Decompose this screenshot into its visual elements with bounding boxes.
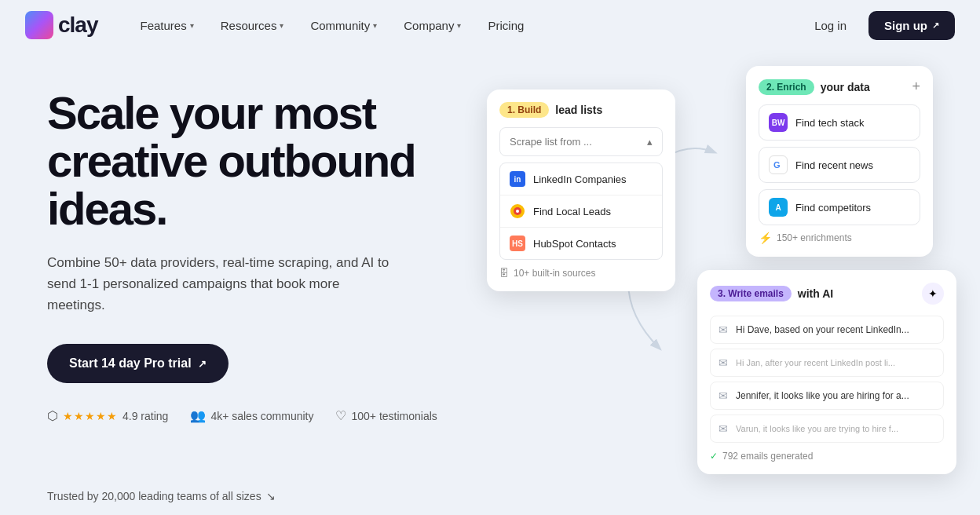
scrape-dropdown[interactable]: Scrape list from ... ▴ bbox=[499, 127, 663, 156]
enrich-techstack[interactable]: BW Find tech stack bbox=[759, 104, 920, 141]
chevron-down-icon: ▾ bbox=[190, 21, 194, 30]
build-badge: 1. Build bbox=[499, 102, 549, 118]
email-item-1[interactable]: ✉ Hi Dave, based on your recent LinkedIn… bbox=[710, 316, 944, 344]
social-proof: ⬡ ★★★★★ 4.9 rating 👥 4k+ sales community… bbox=[47, 408, 471, 423]
hero-title: Scale your most creative outbound ideas. bbox=[47, 89, 471, 233]
chevron-down-icon: ▾ bbox=[373, 21, 377, 30]
community-label: 4k+ sales community bbox=[210, 410, 313, 422]
trusted-label: Trusted by 20,000 leading teams of all s… bbox=[47, 490, 261, 502]
nav-item-community[interactable]: Community ▾ bbox=[299, 13, 388, 38]
logo-icon bbox=[25, 11, 53, 39]
nav-left: clay Features ▾ Resources ▾ Community ▾ … bbox=[25, 11, 535, 39]
navigation: clay Features ▾ Resources ▾ Community ▾ … bbox=[0, 0, 980, 50]
email-item-4[interactable]: ✉ Varun, it looks like you are trying to… bbox=[710, 415, 944, 443]
enrich-recent-news[interactable]: G Find recent news bbox=[759, 147, 920, 183]
email-text-4: Varun, it looks like you are trying to h… bbox=[736, 424, 898, 433]
chevron-down-icon: ▾ bbox=[280, 21, 283, 30]
people-icon: 👥 bbox=[190, 408, 206, 423]
logo-text: clay bbox=[58, 13, 98, 38]
trusted-section: Trusted by 20,000 leading teams of all s… bbox=[47, 490, 276, 502]
map-icon bbox=[510, 203, 525, 219]
build-card-title: lead lists bbox=[555, 104, 602, 116]
ai-icon: ✦ bbox=[922, 283, 944, 305]
email-item-3[interactable]: ✉ Jennifer, it looks like you are hiring… bbox=[710, 382, 944, 410]
nav-item-features[interactable]: Features ▾ bbox=[130, 13, 205, 38]
svg-point-2 bbox=[516, 210, 519, 213]
hero-section: Scale your most creative outbound ideas.… bbox=[0, 50, 980, 506]
lightning-icon: ⚡ bbox=[759, 232, 772, 244]
nav-item-resources[interactable]: Resources ▾ bbox=[210, 13, 295, 38]
signup-button[interactable]: Sign up ↗ bbox=[868, 11, 955, 40]
write-card-footer: ✓ 792 emails generated bbox=[710, 451, 944, 462]
svg-text:G: G bbox=[773, 160, 781, 170]
rating-label: 4.9 rating bbox=[122, 410, 168, 422]
google-icon: G bbox=[769, 155, 788, 174]
write-header-left: 3. Write emails with AI bbox=[710, 286, 833, 301]
enrich-competitors[interactable]: A Find competitors bbox=[759, 189, 920, 225]
linkedin-icon: in bbox=[510, 171, 525, 187]
enrich-card: 2. Enrich your data + BW Find tech stack… bbox=[746, 66, 933, 257]
check-icon: ✓ bbox=[710, 451, 718, 462]
enrich-card-footer: ⚡ 150+ enrichments bbox=[759, 232, 920, 244]
stars: ★★★★★ bbox=[63, 410, 118, 422]
email-text-1: Hi Dave, based on your recent LinkedIn..… bbox=[736, 324, 909, 335]
build-card-footer: 🗄 10+ built-in sources bbox=[499, 268, 663, 279]
hero-subtitle: Combine 50+ data providers, real-time sc… bbox=[47, 252, 393, 316]
source-local-leads[interactable]: Find Local Leads bbox=[500, 195, 662, 228]
external-link-icon: ↗ bbox=[932, 20, 939, 31]
testimonials-proof: ♡ 100+ testimonials bbox=[335, 408, 437, 423]
email-text-2: Hi Jan, after your recent LinkedIn post … bbox=[736, 358, 895, 367]
email-icon: ✉ bbox=[719, 356, 728, 369]
nav-right: Log in Sign up ↗ bbox=[802, 11, 955, 40]
email-icon: ✉ bbox=[719, 422, 728, 435]
email-item-2[interactable]: ✉ Hi Jan, after your recent LinkedIn pos… bbox=[710, 349, 944, 377]
enrich-card-title: your data bbox=[821, 81, 870, 93]
testimonials-label: 100+ testimonials bbox=[351, 410, 437, 422]
hubspot-icon: HS bbox=[510, 236, 525, 251]
write-card-title: with AI bbox=[798, 287, 833, 300]
cta-button[interactable]: Start 14 day Pro trial ↗ bbox=[47, 344, 229, 383]
hero-right: 1. Build lead lists Scrape list from ...… bbox=[471, 66, 933, 506]
source-hubspot[interactable]: HS HubSpot Contacts bbox=[500, 228, 662, 259]
login-button[interactable]: Log in bbox=[802, 13, 859, 38]
email-text-3: Jennifer, it looks like you are hiring f… bbox=[736, 390, 909, 401]
write-badge: 3. Write emails bbox=[710, 286, 792, 301]
apollo-icon: A bbox=[769, 198, 788, 217]
logo[interactable]: clay bbox=[25, 11, 98, 39]
database-icon: 🗄 bbox=[499, 268, 509, 279]
build-card: 1. Build lead lists Scrape list from ...… bbox=[487, 89, 675, 291]
community-proof: 👥 4k+ sales community bbox=[190, 408, 313, 423]
chevron-up-icon: ▴ bbox=[647, 136, 653, 148]
nav-item-company[interactable]: Company ▾ bbox=[393, 13, 472, 38]
external-link-icon: ↗ bbox=[198, 358, 207, 370]
chevron-down-icon: ▾ bbox=[457, 21, 461, 30]
email-icon: ✉ bbox=[719, 389, 728, 402]
builtwith-icon: BW bbox=[769, 113, 788, 132]
email-icon: ✉ bbox=[719, 323, 728, 336]
write-card-header: 3. Write emails with AI ✦ bbox=[710, 283, 944, 305]
source-linkedin[interactable]: in LinkedIn Companies bbox=[500, 163, 662, 195]
g2-icon: ⬡ bbox=[47, 408, 58, 423]
build-card-header: 1. Build lead lists bbox=[499, 102, 663, 118]
rating-proof: ⬡ ★★★★★ 4.9 rating bbox=[47, 408, 168, 423]
nav-item-pricing[interactable]: Pricing bbox=[477, 13, 535, 38]
add-icon[interactable]: + bbox=[912, 79, 920, 95]
hero-left: Scale your most creative outbound ideas.… bbox=[47, 66, 471, 506]
heart-icon: ♡ bbox=[335, 408, 346, 423]
enrich-card-header: 2. Enrich your data + bbox=[759, 79, 920, 95]
write-card: 3. Write emails with AI ✦ ✉ Hi Dave, bas… bbox=[697, 270, 956, 474]
arrow-icon: ↘ bbox=[266, 490, 276, 502]
enrich-badge: 2. Enrich bbox=[759, 79, 814, 95]
nav-links: Features ▾ Resources ▾ Community ▾ Compa… bbox=[130, 13, 536, 38]
source-list: in LinkedIn Companies Find Local Leads H… bbox=[499, 163, 663, 260]
